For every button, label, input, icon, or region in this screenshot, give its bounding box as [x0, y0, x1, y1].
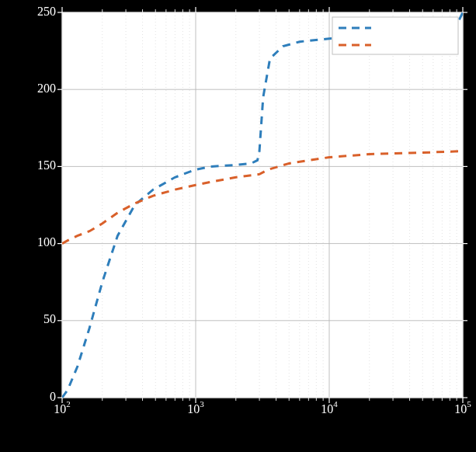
svg-text:103: 103: [187, 399, 204, 415]
svg-text:105: 105: [454, 399, 471, 415]
y-axis-ticks: 0 50 100 150 200 250: [37, 5, 56, 403]
y-tick-200: 200: [37, 82, 56, 95]
legend: Exp. Data Estimated: [332, 17, 458, 54]
x-tick-1e5: 105: [454, 399, 471, 415]
x-axis-ticks: 102 103 104 105: [54, 399, 471, 415]
plot-area: [62, 12, 463, 398]
svg-text:104: 104: [321, 399, 338, 415]
y-tick-0: 0: [50, 390, 56, 403]
y-axis-label: |Zb| (Ω): [9, 184, 28, 227]
legend-label-exp: Exp. Data: [377, 21, 426, 35]
x-tick-1e2: 102: [54, 399, 71, 415]
svg-text:|Zb| (Ω): |Zb| (Ω): [9, 184, 28, 227]
legend-label-est: Estimated: [377, 38, 426, 51]
x-tick-1e3: 103: [187, 399, 204, 415]
y-tick-250: 250: [37, 5, 56, 18]
x-axis-label: Frequency (Hz): [218, 424, 306, 440]
svg-text:102: 102: [54, 399, 71, 415]
impedance-chart: 0 50 100 150 200 250 102 103 104 105 Fre…: [0, 0, 476, 452]
chart-svg: 0 50 100 150 200 250 102 103 104 105 Fre…: [0, 0, 476, 452]
y-tick-150: 150: [37, 158, 56, 172]
y-tick-50: 50: [43, 312, 56, 325]
x-tick-1e4: 104: [321, 399, 338, 415]
y-tick-100: 100: [37, 235, 56, 249]
